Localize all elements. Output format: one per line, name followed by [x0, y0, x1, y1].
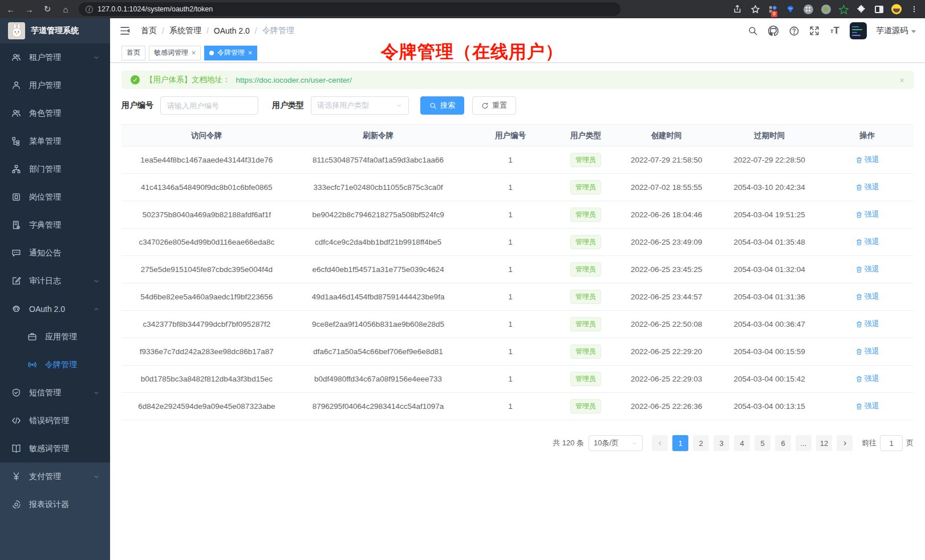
star-extension-icon[interactable]	[838, 4, 849, 14]
delete-icon	[855, 320, 863, 328]
breadcrumb-home[interactable]: 首页	[141, 26, 157, 36]
extension-tabs-icon[interactable]: 9	[768, 4, 778, 14]
table-row: 1ea5e44f8bc1467aaede43144f31de76 811c530…	[121, 147, 914, 174]
sidebar-item-audit[interactable]: 审计日志	[0, 267, 110, 295]
force-logout-button[interactable]: 强退	[855, 291, 879, 302]
refresh-token-cell: 49d1aa46d1454fbd87591444423be9fa	[292, 283, 465, 311]
sidebar-item-menu[interactable]: 菜单管理	[0, 127, 110, 155]
refresh-token-cell: 811c530487574fa0af1a59d3abc1aa66	[292, 147, 465, 174]
more-pages-button[interactable]: ...	[796, 435, 812, 451]
total-count: 共 120 条	[553, 438, 584, 448]
breadcrumb-oauth[interactable]: OAuth 2.0	[214, 26, 250, 35]
expires-cell: 2022-07-29 22:28:50	[718, 147, 821, 174]
back-icon[interactable]: ←	[6, 5, 16, 14]
force-logout-button[interactable]: 强退	[855, 237, 879, 247]
force-logout-button[interactable]: 强退	[855, 155, 879, 165]
page-button-1[interactable]: 1	[672, 435, 688, 451]
site-info-icon[interactable]: i	[86, 6, 93, 13]
goto-page-input[interactable]	[880, 435, 903, 451]
reset-button[interactable]: 重置	[472, 96, 516, 115]
sidebar-item-oauth[interactable]: OAuth 2.0	[0, 295, 110, 323]
force-logout-button[interactable]: 强退	[855, 264, 879, 274]
search-icon[interactable]	[747, 25, 758, 36]
browser-menu-icon[interactable]	[909, 4, 919, 14]
fullscreen-icon[interactable]	[809, 25, 820, 36]
sidebar-item-sensitive[interactable]: 敏感词管理	[0, 435, 110, 462]
page-size-select[interactable]: 10条/页	[589, 435, 643, 451]
user-type-cell: 管理员	[557, 201, 615, 229]
breadcrumb-system[interactable]: 系统管理	[169, 26, 201, 36]
close-icon[interactable]: ×	[192, 49, 196, 57]
page-button-3[interactable]: 3	[713, 435, 729, 451]
user-menu[interactable]: 芋道源码	[876, 26, 916, 36]
force-logout-button[interactable]: 强退	[855, 319, 879, 329]
sidebar-item-user[interactable]: 用户管理	[0, 71, 110, 99]
profile-avatar[interactable]	[891, 4, 902, 14]
sidebar-item-dict[interactable]: 字典管理	[0, 211, 110, 239]
puzzle-extensions-icon[interactable]	[856, 4, 866, 14]
home-icon[interactable]: ⌂	[60, 5, 71, 14]
sidebar-menu: 租户管理 用户管理 角色管理 菜单管理 部门管理 岗位管理	[0, 43, 110, 462]
sidebar-item-oauth-app[interactable]: 应用管理	[0, 323, 110, 351]
sidebar-item-role[interactable]: 角色管理	[0, 99, 110, 127]
forward-icon[interactable]: →	[24, 5, 34, 14]
dict-icon	[11, 220, 21, 230]
sidebar-item-dept[interactable]: 部门管理	[0, 155, 110, 183]
collapse-sidebar-icon[interactable]	[119, 25, 131, 36]
goto-label: 前往	[862, 438, 877, 448]
sidebar-item-notice[interactable]: 通知公告	[0, 239, 110, 267]
user-id-input[interactable]	[160, 96, 258, 115]
table-row: c347026e805e4d99b0d116eae66eda8c cdfc4ce…	[121, 229, 914, 256]
force-logout-button[interactable]: 强退	[855, 182, 879, 192]
doc-alert: ✓ 【用户体系】文档地址： https://doc.iocoder.cn/use…	[121, 71, 914, 89]
github-icon[interactable]	[768, 25, 779, 36]
alert-doc-link[interactable]: https://doc.iocoder.cn/user-center/	[236, 76, 352, 84]
side-panel-icon[interactable]	[874, 4, 884, 14]
alert-close-icon[interactable]: ×	[899, 75, 904, 85]
table-row: b0d1785bc3a8482f812db4a3f3bd15ec b0df498…	[121, 366, 914, 393]
sidebar-item-post[interactable]: 岗位管理	[0, 183, 110, 211]
bookmark-star-icon[interactable]	[750, 4, 760, 14]
app-manage-icon	[27, 332, 37, 342]
page-button-12[interactable]: 12	[816, 435, 832, 451]
sidebar-item-oauth-token[interactable]: 令牌管理	[0, 351, 110, 379]
address-bar[interactable]: i 127.0.0.1:1024/system/oauth2/token	[79, 2, 620, 16]
sidebar-item-report[interactable]: 报表设计器	[0, 490, 110, 518]
force-logout-button[interactable]: 强退	[855, 374, 879, 384]
breadcrumb: 首页 / 系统管理 / OAuth 2.0 / 令牌管理	[141, 26, 294, 36]
tag-home[interactable]: 首页	[121, 46, 145, 60]
app-logo-band[interactable]: 芋道管理系统	[0, 18, 110, 43]
expires-cell: 2054-03-04 00:15:59	[718, 338, 821, 366]
font-size-icon[interactable]: тT	[829, 25, 841, 36]
force-logout-button[interactable]: 强退	[855, 401, 879, 411]
sidebar-item-errorcode[interactable]: 错误码管理	[0, 407, 110, 435]
close-icon[interactable]: ×	[248, 49, 252, 57]
page-button-4[interactable]: 4	[734, 435, 750, 451]
sidebar-item-tenant[interactable]: 租户管理	[0, 43, 110, 71]
actions-cell: 强退	[821, 201, 914, 229]
user-type-cell: 管理员	[557, 147, 615, 174]
recorder-extension-icon[interactable]	[821, 4, 831, 14]
user-type-select[interactable]: 请选择用户类型	[311, 96, 409, 115]
table-row: 41c41346a548490f9dc8b01c6bfe0865 333ecfc…	[121, 174, 914, 201]
share-icon[interactable]	[732, 4, 743, 14]
next-page-button[interactable]	[837, 435, 853, 451]
prev-page-button[interactable]	[652, 435, 668, 451]
page-button-5[interactable]: 5	[754, 435, 770, 451]
page-button-6[interactable]: 6	[775, 435, 791, 451]
force-logout-button[interactable]: 强退	[855, 346, 879, 356]
sidebar-item-sms[interactable]: 短信管理	[0, 379, 110, 407]
actions-cell: 强退	[821, 174, 914, 201]
gem-extension-icon[interactable]	[785, 4, 796, 14]
reload-icon[interactable]: ↻	[42, 4, 52, 14]
page-button-2[interactable]: 2	[693, 435, 709, 451]
refresh-token-cell: b0df4980ffd34c67a08f9156e4eee733	[292, 366, 465, 393]
sidebar-item-pay[interactable]: 支付管理	[0, 462, 110, 490]
tag-sensitive[interactable]: 敏感词管理 ×	[149, 46, 201, 60]
force-logout-button[interactable]: 强退	[855, 209, 879, 220]
user-avatar[interactable]	[850, 22, 867, 39]
search-button[interactable]: 搜索	[420, 96, 464, 115]
command-extension-icon[interactable]	[803, 4, 813, 14]
help-icon[interactable]	[788, 25, 800, 36]
tag-token-active[interactable]: 令牌管理 ×	[204, 46, 257, 60]
